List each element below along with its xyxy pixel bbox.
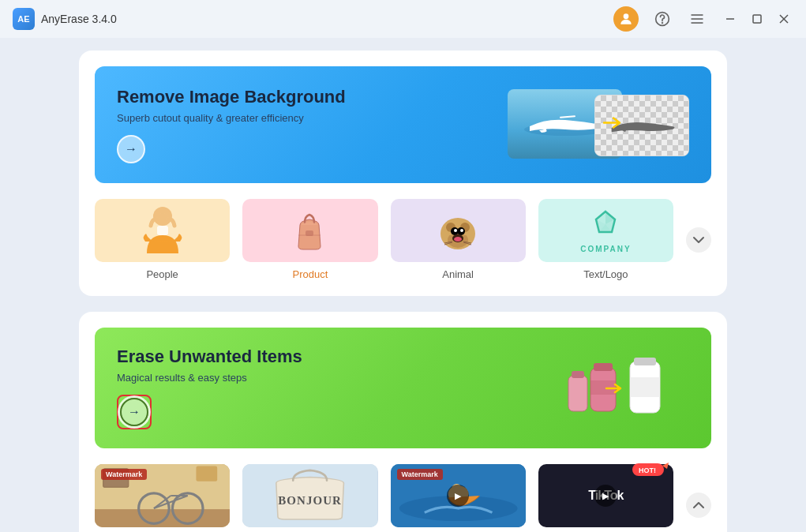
category-row-1: People Product [95, 199, 711, 280]
watermark-thumb-container: Watermark [95, 464, 230, 527]
close-button[interactable] [774, 9, 793, 28]
erase-items-banner: Erase Unwanted Items Magical results & e… [95, 328, 711, 448]
erase-banner-image [523, 353, 689, 424]
svg-rect-36 [594, 363, 613, 371]
watermark-badge-label: Watermark [101, 469, 147, 480]
svg-rect-11 [559, 115, 575, 118]
category-item-animal[interactable]: Animal [391, 199, 526, 280]
svg-point-27 [454, 237, 462, 242]
svg-rect-38 [568, 376, 587, 411]
textlogo-thumb: COMPANY [538, 199, 673, 262]
app-icon: AE [13, 8, 35, 30]
animal-label: Animal [442, 268, 474, 280]
svg-point-25 [460, 229, 463, 232]
help-icon[interactable] [651, 8, 673, 30]
product-label: Product [292, 268, 328, 280]
video-thumb-container: Watermark ▶ [391, 464, 526, 527]
svg-text:BONJOUR: BONJOUR [279, 494, 343, 507]
svg-point-24 [454, 229, 457, 232]
category-item-textlogo[interactable]: COMPANY Text/Logo [538, 199, 673, 280]
arrow-button-highlight: → [117, 395, 152, 429]
banner-title: Remove Image Background [117, 87, 346, 107]
category-row-2: Watermark Watermark BONJOUR Text [95, 464, 711, 532]
erase-banner-title: Erase Unwanted Items [117, 347, 302, 367]
remove-bg-arrow-button[interactable]: → [117, 135, 145, 163]
erase-items-card: Erase Unwanted Items Magical results & e… [79, 312, 727, 532]
category-item-tiktok[interactable]: TikTok HOT! ▶ TikTok Logo [538, 464, 673, 532]
category-item-text[interactable]: BONJOUR Text [242, 464, 377, 532]
remove-background-card: Remove Image Background Superb cutout qu… [79, 51, 727, 296]
people-thumb [95, 199, 230, 262]
category-item-video-watermark[interactable]: Watermark ▶ Video Watermark [391, 464, 526, 532]
category-item-watermark[interactable]: Watermark Watermark [95, 464, 230, 532]
svg-point-2 [662, 23, 663, 24]
svg-text:HOT!: HOT! [639, 466, 656, 474]
erase-banner-text: Erase Unwanted Items Magical results & e… [117, 347, 302, 429]
collapse-button-section2[interactable] [686, 493, 711, 518]
expand-button-section1[interactable] [686, 227, 711, 253]
banner-subtitle: Superb cutout quality & greater efficien… [117, 112, 346, 124]
titlebar-left: AE AnyErase 3.4.0 [13, 8, 117, 30]
remove-background-banner: Remove Image Background Superb cutout qu… [95, 66, 711, 183]
svg-rect-49 [196, 466, 217, 481]
people-label: People [146, 268, 178, 280]
erase-banner-subtitle: Magical results & easy steps [117, 372, 302, 384]
textlogo-label: Text/Logo [583, 268, 628, 280]
svg-rect-7 [753, 15, 761, 23]
svg-point-0 [624, 13, 629, 19]
tiktok-thumb-container: TikTok HOT! ▶ [538, 464, 673, 527]
video-play-icon: ▶ [447, 485, 469, 507]
erase-items-arrow-button[interactable]: → [120, 398, 148, 426]
product-thumb [242, 199, 377, 262]
video-wm-badge-label: Watermark [397, 469, 443, 480]
category-item-people[interactable]: People [95, 199, 230, 280]
category-item-product[interactable]: Product [242, 199, 377, 280]
svg-rect-41 [95, 508, 230, 527]
company-text: COMPANY [580, 245, 631, 253]
app-name: AnyErase 3.4.0 [41, 13, 117, 25]
maximize-button[interactable] [748, 9, 767, 28]
hot-badge: HOT! [632, 461, 670, 481]
animal-thumb [391, 199, 526, 262]
svg-rect-34 [630, 377, 660, 397]
main-content: Remove Image Background Superb cutout qu… [0, 38, 806, 532]
banner-text-left: Remove Image Background Superb cutout qu… [117, 87, 346, 163]
tiktok-play-icon: ▶ [594, 485, 617, 507]
svg-rect-39 [572, 371, 584, 378]
svg-rect-33 [634, 358, 656, 365]
titlebar-right [613, 6, 793, 32]
titlebar: AE AnyErase 3.4.0 [0, 0, 806, 38]
window-controls [721, 9, 793, 28]
menu-icon[interactable] [686, 8, 708, 30]
minimize-button[interactable] [721, 9, 740, 28]
text-thumb: BONJOUR [242, 464, 377, 527]
user-avatar-icon[interactable] [613, 6, 639, 32]
svg-rect-13 [157, 226, 168, 235]
banner-image [508, 85, 689, 164]
